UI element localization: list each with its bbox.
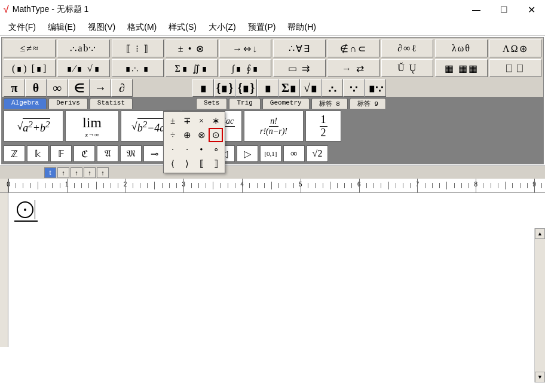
- sym-slot2[interactable]: ∎: [257, 79, 278, 97]
- popup-lbrack[interactable]: ⟦: [194, 157, 209, 171]
- bsym-A[interactable]: 𝔄: [97, 145, 118, 162]
- preset-combination[interactable]: n!r!(n−r)!: [244, 111, 304, 142]
- ruler-horizontal[interactable]: 0123456789: [8, 179, 545, 192]
- palette-boxes[interactable]: ⎕ ⎕: [489, 59, 541, 77]
- popup-otimes[interactable]: ⊗: [194, 128, 209, 142]
- palette-logical[interactable]: ∴∀∃: [273, 39, 325, 57]
- popup-oplus[interactable]: ⊕: [180, 128, 194, 142]
- popup-ast[interactable]: ∗: [209, 114, 223, 128]
- sym-infinity[interactable]: ∞: [47, 79, 68, 97]
- vertical-scrollbar[interactable]: ▲ ▼: [534, 228, 545, 382]
- menu-format[interactable]: 格式(M): [121, 20, 163, 35]
- sym-dots1[interactable]: ⸫: [322, 79, 343, 97]
- palette-fractions[interactable]: ∎⁄∎ √∎: [57, 59, 109, 77]
- popup-odot[interactable]: ⊙: [209, 128, 223, 142]
- sym-sqrt[interactable]: √∎: [300, 79, 322, 97]
- close-button[interactable]: ✕: [518, 1, 545, 19]
- maximize-button[interactable]: ☐: [490, 1, 518, 19]
- scroll-down-button[interactable]: ▼: [535, 372, 545, 382]
- bsym-F[interactable]: 𝔽: [50, 145, 72, 162]
- tab-derivs[interactable]: Derivs: [48, 98, 88, 109]
- palette-sums[interactable]: Σ∎ ∬∎: [166, 59, 218, 77]
- size-btn-4[interactable]: ↑: [97, 167, 109, 178]
- sym-arrow[interactable]: →: [90, 79, 111, 97]
- bsym-lollipop[interactable]: ⊸: [143, 145, 165, 162]
- bsym-k[interactable]: 𝕜: [27, 145, 48, 162]
- menubar: 文件(F) 编辑(E) 视图(V) 格式(M) 样式(S) 大小(Z) 预置(P…: [0, 19, 545, 36]
- palette-labeled-arrows[interactable]: → ⇄: [327, 59, 379, 77]
- palette-misc[interactable]: ∂∞ℓ: [381, 39, 433, 57]
- scroll-up-button[interactable]: ▲: [535, 228, 545, 239]
- palette-relational[interactable]: ≤≠≈: [4, 39, 56, 57]
- tab-trig[interactable]: Trig: [229, 98, 260, 109]
- tab-algebra[interactable]: Algebra: [4, 98, 47, 109]
- palette-fences[interactable]: (∎) [∎]: [4, 59, 56, 77]
- popup-pm[interactable]: ±: [166, 114, 180, 128]
- palette-operators[interactable]: ± • ⊗: [166, 39, 218, 57]
- sym-dots2[interactable]: ⸪: [343, 79, 365, 97]
- sym-pi[interactable]: π: [4, 79, 25, 97]
- preset-pythagoras[interactable]: √a2+b2: [4, 111, 63, 142]
- window-titlebar: √ MathType - 无标题 1 — ☐ ✕: [0, 0, 545, 19]
- palette-spaces[interactable]: ⸫ab⸪: [57, 39, 109, 57]
- popup-circ[interactable]: ∘: [209, 142, 223, 157]
- sym-sum[interactable]: Σ∎: [278, 79, 300, 97]
- menu-size[interactable]: 大小(Z): [203, 20, 242, 35]
- tab-geometry[interactable]: Geometry: [262, 98, 310, 109]
- menu-edit[interactable]: 编辑(E): [42, 20, 82, 35]
- preset-limit[interactable]: limx→∞: [65, 111, 119, 142]
- menu-preset[interactable]: 预置(P): [242, 20, 282, 35]
- size-btn-1[interactable]: ↑: [57, 167, 69, 178]
- popup-cdot2[interactable]: ·: [180, 142, 194, 157]
- bsym-sqrt2[interactable]: √2: [307, 145, 328, 162]
- palette-bars[interactable]: ▭ ⇉: [273, 59, 325, 77]
- menu-style[interactable]: 样式(S): [163, 20, 203, 35]
- text-cursor: [35, 200, 35, 219]
- size-btn-t[interactable]: t: [44, 167, 56, 178]
- palette-greek-lower[interactable]: λωθ: [435, 39, 487, 57]
- bsym-inf2[interactable]: ∞: [283, 145, 305, 162]
- popup-rangle[interactable]: ⟩: [180, 157, 194, 171]
- bsym-triangle-right[interactable]: ▷: [237, 145, 258, 162]
- menu-view[interactable]: 视图(V): [82, 20, 122, 35]
- palette-products[interactable]: Ŭ Ų: [381, 59, 433, 77]
- palette-arrows[interactable]: →⇔↓: [219, 39, 271, 57]
- popup-times[interactable]: ×: [194, 114, 209, 128]
- palette-integrals[interactable]: ∫∎ ∮∎: [219, 59, 271, 77]
- tab-custom9[interactable]: 标答 9: [350, 98, 386, 109]
- palette-matrix[interactable]: ▦ ▦▦: [435, 59, 487, 77]
- size-btn-3[interactable]: ↑: [84, 167, 96, 178]
- bsym-C[interactable]: ℭ: [74, 145, 95, 162]
- palette-subsup[interactable]: ∎⸫ ∎: [112, 59, 164, 77]
- size-btn-2[interactable]: ↑: [71, 167, 82, 178]
- tab-statist[interactable]: Statist: [90, 98, 133, 109]
- popup-rbrack[interactable]: ⟧: [209, 157, 223, 171]
- menu-file[interactable]: 文件(F): [2, 20, 42, 35]
- popup-cdot1[interactable]: ·: [166, 142, 180, 157]
- sym-brace1[interactable]: {∎}: [214, 79, 235, 97]
- bsym-Z[interactable]: ℤ: [4, 145, 25, 162]
- operator-popup-palette: ± ∓ × ∗ ÷ ⊕ ⊗ ⊙ · · • ∘ ⟨ ⟩ ⟦ ⟧: [163, 111, 225, 173]
- sym-theta[interactable]: θ: [25, 79, 47, 97]
- sym-dots3[interactable]: ∎⸪: [365, 79, 386, 97]
- bsym-M[interactable]: 𝔐: [120, 145, 142, 162]
- palette-embellish[interactable]: ⟦ ⁝ ⟧: [112, 39, 164, 57]
- preset-half[interactable]: 12: [305, 111, 341, 142]
- sym-brace2[interactable]: {∎}: [235, 79, 257, 97]
- bsym-interval[interactable]: [0,1]: [260, 145, 281, 162]
- menu-help[interactable]: 帮助(H): [281, 20, 322, 35]
- popup-div[interactable]: ÷: [166, 128, 180, 142]
- editor-wrap: [0, 193, 545, 347]
- sym-slot[interactable]: ∎: [192, 79, 214, 97]
- popup-langle[interactable]: ⟨: [166, 157, 180, 171]
- palette-greek-upper[interactable]: ΛΩ⊛: [489, 39, 541, 57]
- sym-partial[interactable]: ∂: [111, 79, 133, 97]
- equation-editor[interactable]: [8, 193, 545, 347]
- popup-bullet[interactable]: •: [194, 142, 209, 157]
- tab-sets[interactable]: Sets: [196, 98, 227, 109]
- popup-mp[interactable]: ∓: [180, 114, 194, 128]
- minimize-button[interactable]: —: [463, 1, 490, 19]
- tab-custom8[interactable]: 标答 8: [311, 98, 348, 109]
- sym-element[interactable]: ∈: [68, 79, 90, 97]
- palette-set[interactable]: ∉∩⊂: [327, 39, 379, 57]
